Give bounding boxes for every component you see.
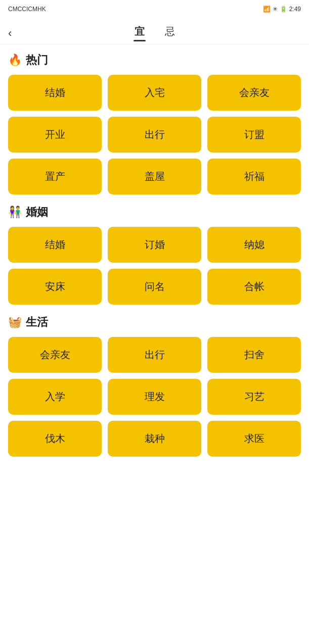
section-hot: 🔥 热门 结婚 入宅 会亲友 开业 出行 订盟 置产 盖屋 祈福: [8, 53, 301, 194]
basket-icon: 🧺: [8, 316, 22, 329]
back-button[interactable]: ‹: [8, 28, 12, 39]
hot-btn-dingmeng[interactable]: 订盟: [207, 117, 301, 153]
hot-btn-zhichan[interactable]: 置产: [8, 159, 102, 194]
hot-btn-gaiwu[interactable]: 盖屋: [108, 159, 201, 194]
section-marriage: 👫 婚姻 结婚 订婚 纳媳 安床 问名 合帐: [8, 205, 301, 305]
hot-btn-chuxing[interactable]: 出行: [108, 117, 201, 153]
fire-icon: 🔥: [8, 54, 22, 67]
life-btn-saushe[interactable]: 扫舍: [207, 337, 301, 373]
life-btn-xiyi[interactable]: 习艺: [207, 379, 301, 415]
marriage-btn-wenming[interactable]: 问名: [108, 269, 201, 305]
section-hot-title: 🔥 热门: [8, 53, 301, 68]
section-life-grid: 会亲友 出行 扫舍 入学 理发 习艺 伐木 栽种 求医: [8, 337, 301, 457]
hot-btn-ruzhai[interactable]: 入宅: [108, 75, 201, 111]
carrier-text: CMCCICMHK: [8, 6, 46, 13]
nav-bar: ‹ 宜 忌: [0, 18, 309, 44]
section-life: 🧺 生活 会亲友 出行 扫舍 入学 理发 习艺 伐木 栽种 求医: [8, 315, 301, 457]
couple-icon: 👫: [8, 206, 22, 219]
bluetooth-icon: ✳: [273, 6, 278, 13]
marriage-btn-hezhang[interactable]: 合帐: [207, 269, 301, 305]
time-text: 2:49: [289, 6, 301, 13]
section-hot-label: 热门: [26, 53, 48, 68]
life-btn-qiuyi[interactable]: 求医: [207, 421, 301, 457]
life-btn-chuxing[interactable]: 出行: [108, 337, 201, 373]
marriage-btn-anchuang[interactable]: 安床: [8, 269, 102, 305]
section-marriage-label: 婚姻: [26, 205, 48, 220]
tab-yi[interactable]: 宜: [135, 25, 145, 41]
hot-btn-huiqinyou[interactable]: 会亲友: [207, 75, 301, 111]
marriage-btn-jiehun[interactable]: 结婚: [8, 227, 102, 263]
section-marriage-grid: 结婚 订婚 纳媳 安床 问名 合帐: [8, 227, 301, 305]
status-bar: CMCCICMHK 📶 ✳ 🔋 2:49: [0, 0, 309, 18]
section-life-title: 🧺 生活: [8, 315, 301, 330]
life-btn-famu[interactable]: 伐木: [8, 421, 102, 457]
life-btn-huiqinyou[interactable]: 会亲友: [8, 337, 102, 373]
marriage-btn-naxin[interactable]: 纳媳: [207, 227, 301, 263]
hot-btn-qifu[interactable]: 祈福: [207, 159, 301, 194]
section-hot-grid: 结婚 入宅 会亲友 开业 出行 订盟 置产 盖屋 祈福: [8, 75, 301, 194]
hot-btn-kaiiye[interactable]: 开业: [8, 117, 102, 153]
marriage-btn-dinghun[interactable]: 订婚: [108, 227, 201, 263]
life-btn-lifa[interactable]: 理发: [108, 379, 201, 415]
main-content: 🔥 热门 结婚 入宅 会亲友 开业 出行 订盟 置产 盖屋 祈福 👫 婚姻 结婚…: [0, 44, 309, 477]
signal-icon: 📶: [263, 6, 271, 13]
life-btn-zaizhong[interactable]: 栽种: [108, 421, 201, 457]
nav-tabs: 宜 忌: [135, 25, 175, 41]
section-marriage-title: 👫 婚姻: [8, 205, 301, 220]
battery-icon: 🔋: [280, 6, 287, 13]
hot-btn-jiehun[interactable]: 结婚: [8, 75, 102, 111]
section-life-label: 生活: [26, 315, 48, 330]
life-btn-ruxue[interactable]: 入学: [8, 379, 102, 415]
tab-ji[interactable]: 忌: [165, 25, 175, 41]
status-icons: 📶 ✳ 🔋 2:49: [263, 6, 301, 13]
